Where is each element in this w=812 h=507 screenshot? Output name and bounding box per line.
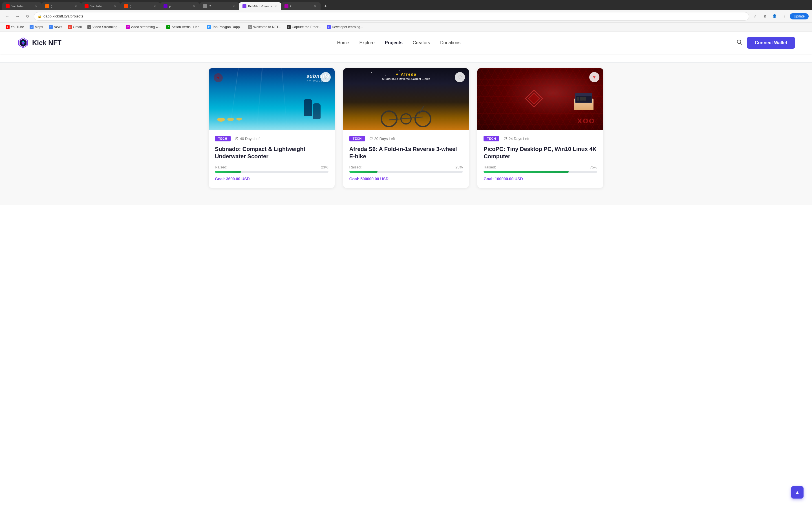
tab-close-icon[interactable]: ✕ — [192, 4, 196, 8]
bookmark-capture[interactable]: C Capture the Ether... — [285, 24, 323, 30]
card-days-afreda: ⏱ 20 Days Left — [369, 136, 395, 141]
card-goal-afreda: Goal: 500000.00 USD — [349, 177, 463, 181]
card-heart-pico[interactable]: ♥ — [589, 72, 599, 82]
nav-link-projects[interactable]: Projects — [385, 40, 403, 45]
navbar: Kick NFT Home Explore Projects Creators … — [0, 32, 812, 54]
toolbar-actions: ☆ ⧉ 👤 ⋮ Update — [751, 12, 809, 20]
bookmark-developer[interactable]: D Developer learning... — [324, 24, 365, 30]
raised-pct-afreda: 25% — [455, 165, 463, 169]
browser-tab[interactable]: p ✕ — [160, 2, 200, 10]
bookmark-polygon[interactable]: P Top Polygon Dapp... — [205, 24, 245, 30]
tab-favicon — [243, 4, 246, 8]
progress-bar-bg-pico — [484, 171, 597, 173]
bookmark-favicon: G — [68, 25, 72, 29]
afreda-tagline-text: A Fold-in-1s Reverse 3-wheel E-bike — [382, 77, 430, 80]
card-title-afreda: Afreda S6: A Fold-in-1s Reverse 3-wheel … — [349, 145, 463, 160]
bookmark-favicon: N — [49, 25, 53, 29]
projects-section: subnado BY WAYDOO ♥ ♡ TECH ⏱ — [0, 62, 812, 205]
tab-close-icon[interactable]: ✕ — [274, 4, 278, 8]
menu-button[interactable]: ⋮ — [780, 12, 788, 20]
tab-favicon — [45, 4, 49, 8]
bookmark-favicon: D — [327, 25, 331, 29]
url-text: dapp.kicknft.xyz/projects — [43, 14, 746, 18]
nav-right: Connect Wallet — [736, 37, 795, 49]
new-tab-button[interactable]: + — [322, 2, 329, 10]
tab-close-icon[interactable]: ✕ — [232, 4, 236, 8]
raised-label-subnado: Raised: — [215, 165, 227, 169]
browser-tab[interactable]: C ✕ — [200, 2, 239, 10]
bookmark-youtube[interactable]: ▶ YouTube — [3, 24, 26, 30]
scroll-to-top-button[interactable]: ▲ — [791, 486, 804, 499]
bookmark-nft[interactable]: N Welcome to NFT... — [246, 24, 283, 30]
connect-wallet-button[interactable]: Connect Wallet — [747, 37, 795, 49]
card-goal-value-subnado: 3600.00 USD — [226, 177, 250, 181]
tab-close-icon[interactable]: ✕ — [153, 4, 157, 8]
card-body-afreda: TECH ⏱ 20 Days Left Afreda S6: A Fold-in… — [343, 130, 469, 188]
browser-tab[interactable]: YouTube ✕ — [81, 2, 121, 10]
tab-close-icon[interactable]: ✕ — [313, 4, 317, 8]
card-badge-subnado: TECH — [215, 136, 231, 142]
bookmark-action-verbs[interactable]: A Action Verbs | Har... — [164, 24, 204, 30]
tab-title: p — [169, 4, 191, 8]
bookmark-label: Action Verbs | Har... — [171, 25, 201, 29]
forward-button[interactable]: → — [13, 12, 21, 20]
svg-line-4 — [741, 43, 742, 45]
extensions-button[interactable]: ⧉ — [761, 12, 769, 20]
tab-close-icon[interactable]: ✕ — [74, 4, 78, 8]
bookmark-news[interactable]: N News — [47, 24, 64, 30]
card-raised-row-afreda: Raised: 25% — [349, 165, 463, 169]
browser-chrome: YouTube ✕ ( ✕ YouTube ✕ ( ✕ p ✕ C ✕ — [0, 0, 812, 32]
nav-link-creators[interactable]: Creators — [413, 40, 430, 45]
card-body-subnado: TECH ⏱ 40 Days Left Subnado: Compact & L… — [209, 130, 335, 188]
update-button[interactable]: Update — [790, 13, 809, 19]
page-content: Kick NFT Home Explore Projects Creators … — [0, 32, 812, 507]
bookmark-label: Developer learning... — [332, 25, 363, 29]
tab-favicon — [203, 4, 207, 8]
browser-tab[interactable]: k ✕ — [281, 2, 320, 10]
clock-icon-subnado: ⏱ — [235, 136, 239, 141]
browser-tabs: YouTube ✕ ( ✕ YouTube ✕ ( ✕ p ✕ C ✕ — [0, 0, 812, 10]
back-button[interactable]: ← — [3, 12, 11, 20]
logo-text: Kick NFT — [32, 39, 61, 47]
search-button[interactable] — [736, 39, 742, 47]
card-days-pico: ⏱ 24 Days Left — [503, 136, 529, 141]
bookmark-gmail[interactable]: G Gmail — [66, 24, 84, 30]
bookmark-label: YouTube — [11, 25, 24, 29]
bookmark-button[interactable]: ☆ — [751, 12, 759, 20]
bookmark-label: Gmail — [73, 25, 82, 29]
browser-tab[interactable]: ( ✕ — [42, 2, 81, 10]
bookmark-video2[interactable]: V video streaming w... — [123, 24, 163, 30]
bookmark-favicon: A — [166, 25, 170, 29]
card-goal-value-afreda: 500000.00 USD — [360, 177, 389, 181]
tab-close-icon[interactable]: ✕ — [35, 4, 38, 8]
logo-icon — [17, 37, 29, 49]
search-icon — [736, 39, 742, 45]
card-heart-subnado[interactable]: ♡ — [320, 72, 331, 82]
tab-close-icon[interactable]: ✕ — [113, 4, 117, 8]
nav-link-donations[interactable]: Donations — [440, 40, 460, 45]
bookmark-label: Welcome to NFT... — [253, 25, 281, 29]
logo[interactable]: Kick NFT — [17, 37, 61, 49]
browser-tab[interactable]: ( ✕ — [121, 2, 160, 10]
svg-point-2 — [22, 42, 24, 44]
raised-label-afreda: Raised: — [349, 165, 362, 169]
bookmark-label: News — [54, 25, 62, 29]
card-image-pico: xoo ♥ — [477, 68, 603, 130]
tab-favicon — [85, 4, 89, 8]
reload-button[interactable]: ↻ — [24, 12, 32, 20]
browser-tab[interactable]: YouTube ✕ — [2, 2, 42, 10]
project-card-subnado: subnado BY WAYDOO ♥ ♡ TECH ⏱ — [209, 68, 335, 188]
card-goal-pico: Goal: 100000.00 USD — [484, 177, 597, 181]
bookmark-video1[interactable]: V Video Streaming... — [85, 24, 123, 30]
progress-bar-fill-pico — [484, 171, 569, 173]
progress-bar-fill-afreda — [349, 171, 378, 173]
tab-favicon — [163, 4, 167, 8]
nav-link-home[interactable]: Home — [337, 40, 349, 45]
address-bar[interactable]: 🔒 dapp.kicknft.xyz/projects — [34, 12, 749, 20]
bookmark-favicon: V — [87, 25, 91, 29]
bookmark-favicon: N — [248, 25, 252, 29]
bookmark-maps[interactable]: M Maps — [28, 24, 45, 30]
profile-button[interactable]: 👤 — [770, 12, 778, 20]
browser-tab-active[interactable]: KickNFT Projects ✕ — [239, 2, 281, 10]
nav-link-explore[interactable]: Explore — [359, 40, 374, 45]
